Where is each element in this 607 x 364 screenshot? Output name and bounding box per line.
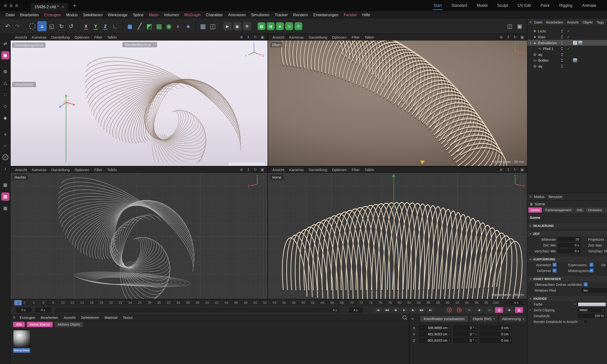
object-row-boden[interactable]: ▭Boden (527, 57, 607, 63)
autokeying-button[interactable]: A (455, 307, 463, 313)
window-zoom-button[interactable] (15, 4, 18, 7)
tab-close-icon[interactable]: × (62, 5, 64, 10)
hamburger-icon[interactable]: ≡ (529, 195, 531, 199)
zoom-view-icon[interactable]: ⇕ (507, 35, 510, 39)
viewport-menu-darstellung[interactable]: Darstellung (306, 168, 330, 172)
layout-tab-paint[interactable]: Paint (541, 3, 549, 8)
viewport-menu-tafeln[interactable]: Tafeln (362, 168, 377, 172)
viewport-menu-darstellung[interactable]: Darstellung (306, 35, 330, 39)
next-frame-button[interactable]: |▶ (409, 307, 417, 313)
lock-z-axis-button[interactable]: Z (101, 21, 110, 31)
model-mode-icon[interactable]: ◼ (1, 51, 10, 59)
pan-view-icon[interactable]: ⊕ (240, 35, 243, 39)
search-icon[interactable] (403, 315, 407, 319)
pen-tag-icon[interactable]: ╱ (573, 41, 577, 45)
hud-close-icon[interactable]: × (153, 43, 155, 47)
coordinate-position-field-z[interactable]: -302.8103 cm▴▾ (419, 338, 451, 343)
viewport-menu-darstellung[interactable]: Darstellung (49, 35, 72, 39)
layout-tab-uv-edit[interactable]: UV Edit (518, 3, 531, 8)
pan-view-icon[interactable]: ⊕ (500, 168, 503, 172)
new-tab-button[interactable]: + (73, 2, 77, 9)
coordinate-position-field-x[interactable]: 338.8699 cm▴▾ (419, 325, 451, 330)
enabled-check-icon[interactable]: ✓ (567, 47, 570, 51)
object-row-aq[interactable]: ◎aq (527, 63, 607, 69)
layout-tab-rigging[interactable]: Rigging (559, 3, 572, 8)
menu-fenster[interactable]: Fenster (341, 13, 360, 17)
viewport-canvas-right[interactable]: Rechts Y Z (11, 173, 268, 299)
effector-icon[interactable]: ◉ (164, 21, 173, 31)
coordinate-rotation-field-y[interactable]: 0 °▴▾ (453, 331, 477, 337)
quantize-icon[interactable]: A (1, 153, 10, 161)
color-swatch[interactable] (578, 302, 606, 307)
scale-tool-icon[interactable]: ◱ (47, 21, 56, 31)
pyro-icon[interactable]: ● (294, 22, 302, 30)
timeline-layout-button[interactable]: ▥ (515, 307, 523, 313)
zoom-view-icon[interactable]: ⇕ (507, 168, 510, 172)
redo-icon[interactable]: ↷ (13, 21, 22, 31)
filter-keine-ebene[interactable]: Keine Ebene (27, 322, 53, 327)
soft-body-icon[interactable]: ◆ (267, 22, 275, 30)
axis-gizmo[interactable]: Y X (505, 175, 525, 192)
previous-key-button[interactable]: ◀◀ (383, 307, 391, 313)
material-menu-textur[interactable]: Textur (123, 315, 133, 320)
object-menu-tags[interactable]: Tags (596, 20, 604, 24)
viewport-menu-darstellung[interactable]: Darstellung (49, 168, 72, 172)
coordinate-size-field-z[interactable]: 0 cm▴▾ (480, 338, 512, 343)
section-header-ausführung[interactable]: ▾AUSFÜHRUNG (527, 256, 607, 262)
axis-gizmo[interactable]: Y Z (246, 175, 265, 192)
material-menu-bearbeiten[interactable]: Bearbeiten (41, 315, 58, 320)
attribute-checkbox[interactable]: ✓ (553, 263, 556, 267)
rotate-view-icon[interactable]: ↻ (254, 168, 257, 172)
visibility-dots[interactable] (561, 41, 563, 44)
material-item[interactable]: Metal/Stee (13, 330, 30, 353)
menu-modus[interactable]: Modus (63, 13, 80, 17)
motion-system-button[interactable]: ▭ (485, 307, 493, 313)
viewport-menu-kameras[interactable]: Kameras (29, 168, 49, 172)
pan-view-icon[interactable]: ⊕ (240, 168, 243, 172)
coordinate-rotation-field-z[interactable]: 0 °▴▾ (453, 338, 477, 343)
layout-tab-start[interactable]: Start (434, 3, 442, 8)
attribute-field[interactable]: tex (582, 288, 607, 293)
menu-bearbeiten[interactable]: Bearbeiten (17, 13, 41, 17)
timeline-end-field[interactable]: 0 s (509, 300, 523, 305)
menu-charakter[interactable]: Charakter (203, 13, 225, 17)
coordinate-size-field-x[interactable]: 0 cm▴▾ (480, 325, 512, 330)
simulation-keys-button[interactable]: ◆ (495, 307, 503, 313)
layout-tab-model[interactable]: Model (477, 3, 488, 8)
viewport-canvas-perspective[interactable]: Zentralperspektive Standardkamera × Vers… (11, 40, 268, 166)
start-time-field[interactable]: 0 s (35, 307, 51, 312)
viewport-menu-kameras[interactable]: Kameras (29, 35, 49, 39)
workplane-snap-icon[interactable]: ▦ (1, 193, 10, 201)
rotate-view-icon[interactable]: ↻ (514, 168, 517, 172)
ik-icon[interactable]: ≀ (1, 165, 10, 173)
window-close-button[interactable] (4, 4, 7, 7)
goto-start-button[interactable]: |◀ (374, 307, 382, 313)
toggle-view-icon[interactable]: ▣ (261, 168, 264, 172)
keyframe-selection-button[interactable]: ⊙ (465, 307, 473, 313)
render-region-icon[interactable]: ▣ (233, 22, 241, 30)
end-time-field[interactable]: 4 s (349, 307, 363, 312)
attribute-tab-cineware[interactable]: Cineware (586, 208, 604, 213)
stepper-arrows[interactable]: ▴▾ (449, 326, 450, 329)
viewport-menu-ansicht[interactable]: Ansicht (13, 35, 29, 39)
menu-animieren[interactable]: Animieren (225, 13, 248, 17)
render-settings-icon[interactable]: ☸ (243, 22, 251, 30)
viewport-scroll-strip[interactable] (11, 162, 268, 166)
menu-datei[interactable]: Datei (3, 13, 17, 17)
camera-name-hud[interactable]: Zentralperspektive (12, 42, 45, 48)
reset-coordinates-button[interactable]: Koordinaten zurücksetzen (420, 316, 468, 322)
visibility-dots[interactable] (561, 53, 563, 56)
points-mode-icon[interactable]: ∷ (1, 91, 10, 99)
rotate-view-icon[interactable]: ↻ (514, 35, 517, 39)
key-interpolation-button[interactable]: ◆ (475, 307, 483, 313)
stepper-arrows[interactable]: ▴▾ (510, 339, 511, 342)
hamburger-icon[interactable]: ≡ (529, 20, 531, 25)
rotate-view-icon[interactable]: ↻ (254, 35, 257, 39)
stepper-arrows[interactable]: ▴▾ (449, 333, 450, 336)
hamburger-icon[interactable]: ≡ (411, 317, 413, 321)
image-tag-icon[interactable] (578, 41, 582, 45)
expand-icon[interactable]: ▾ (529, 41, 532, 44)
viewport-menu-ansicht[interactable]: Ansicht (270, 168, 287, 172)
section-header-asset-browser[interactable]: ▾ASSET BROWSER (527, 276, 607, 282)
hamburger-icon[interactable]: ≡ (13, 315, 15, 320)
